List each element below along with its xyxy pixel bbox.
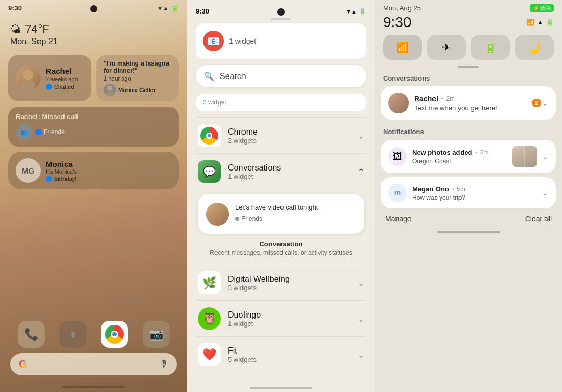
fit-app-info: Fit 5 widgets xyxy=(228,346,257,363)
monica-geller-name: Monica Geller xyxy=(118,87,156,93)
rachel-conv-time: 2m xyxy=(446,95,455,102)
conv-widget-description: Conversation Recent messages, missed cal… xyxy=(196,240,366,256)
battery-icon: 🔋 xyxy=(171,4,179,12)
fit-app-count: 5 widgets xyxy=(228,356,257,363)
rachel-info: Rachel 2 weeks ago Chatted xyxy=(46,67,78,90)
p2-status-bar: 9:30 ▼▲ 🔋 xyxy=(187,4,375,17)
rachel-conv-row: Rachel • 2m Text me when you get here! 2… xyxy=(388,93,548,113)
photos-notif-expand-icon[interactable]: ⌄ xyxy=(542,152,548,161)
megan-notif-title-row: Megan Ono • 5m xyxy=(412,185,537,193)
photos-notif-thumbnail xyxy=(512,146,537,167)
notification-actions-row: Manage Clear all xyxy=(375,213,562,227)
prev-widget-label: 1 widget xyxy=(229,37,256,45)
shortcuts-app-icon[interactable]: ◗ xyxy=(59,321,86,348)
battery-saver-toggle[interactable]: 🔋 xyxy=(471,35,510,60)
svg-point-2 xyxy=(107,86,112,91)
manage-notifications-button[interactable]: Manage xyxy=(385,215,412,223)
wellbeing-app-info: Digital Wellbeing 3 widgets xyxy=(228,275,290,292)
weather-temperature: 🌤 74°F xyxy=(10,22,177,36)
widgets-area: Rachel 2 weeks ago Chatted "I'm making a… xyxy=(0,50,187,316)
monica-birthday-widget[interactable]: MG Monica It's Monica's Birthday! xyxy=(8,152,179,189)
messenger-dot-icon xyxy=(35,129,42,135)
battery-icon: ⚡ xyxy=(533,5,539,11)
rachel-expand-chevron-icon: ⌄ xyxy=(542,99,548,107)
do-not-disturb-toggle[interactable]: 🌙 xyxy=(515,35,554,60)
google-search-bar[interactable]: G 🎙 xyxy=(10,353,177,375)
fit-app-row[interactable]: ❤️ Fit 5 widgets ⌄ xyxy=(196,336,366,372)
notifications-section-title: Notifications xyxy=(375,128,562,140)
fit-app-icon: ❤️ xyxy=(198,343,221,366)
rachel-conv-message: Text me when you get here! xyxy=(414,104,527,112)
camera-app-icon[interactable]: 📷 xyxy=(143,321,170,348)
conversations-widget-preview[interactable]: Let's have video call tonight Friends xyxy=(198,194,364,234)
quick-toggles: 📶 ✈ 🔋 🌙 xyxy=(375,33,562,66)
rachel-conv-name: Rachel xyxy=(414,95,438,103)
battery-status: ⚡ 65% xyxy=(530,4,554,12)
widget-search-bar[interactable]: 🔍 Search xyxy=(196,65,366,87)
p3-status-bar: Mon, Aug 25 ⚡ 65% xyxy=(375,0,562,14)
wellbeing-app-left: 🌿 Digital Wellbeing 3 widgets xyxy=(198,271,290,294)
p3-status-right: ⚡ 65% xyxy=(530,4,554,12)
p2-battery-icon: 🔋 xyxy=(359,8,366,15)
p2-signal-icon: ▼▲ xyxy=(346,8,357,15)
rachel-conv-avatar xyxy=(388,93,409,113)
conv-widget-message: Let's have video call tonight xyxy=(235,203,356,212)
chrome-app-row[interactable]: Chrome 2 widgets ⌄ xyxy=(196,117,366,153)
clear-all-notifications-button[interactable]: Clear all xyxy=(525,215,552,223)
megan-notif-content: Megan Ono • 5m How was your trip? xyxy=(412,185,537,201)
chrome-app-count: 2 widgets xyxy=(228,137,258,145)
missed-call-title: Rachel: Missed call xyxy=(16,113,172,121)
status-bar: 9:30 ▼▲ 🔋 xyxy=(0,0,187,14)
conv-widget-message-area: Let's have video call tonight Friends xyxy=(235,203,356,223)
weather-date: Mon, Sep 21 xyxy=(10,37,177,46)
megan-notification-card[interactable]: m Megan Ono • 5m How was your trip? ⌄ xyxy=(381,177,556,208)
friends-group-label: Friends xyxy=(35,128,65,136)
rachel-conversation-card[interactable]: Rachel • 2m Text me when you get here! 2… xyxy=(381,86,556,120)
monica-notif-text: "I'm making a lasagna for dinner!" xyxy=(104,60,172,74)
rachel-conv-expand[interactable]: 2 ⌄ xyxy=(532,99,548,107)
duolingo-app-row[interactable]: 🦉 Duolingo 1 widget ⌄ xyxy=(196,300,366,336)
phone-app-icon[interactable]: 📞 xyxy=(18,321,45,348)
chrome-app-icon-widget xyxy=(198,124,221,147)
wifi-toggle[interactable]: 📶 xyxy=(383,35,422,60)
p2-status-time: 9:30 xyxy=(196,7,209,15)
prev-widget-item[interactable]: 📧 1 widget xyxy=(196,23,366,59)
status-icons: ▼▲ 🔋 xyxy=(157,4,179,12)
p2-home-indicator xyxy=(250,387,312,389)
widget-list-scroll[interactable]: 📧 1 widget 🔍 Search 2 widget Chrome 2 wi… xyxy=(187,23,375,383)
next-indicator: 2 widget xyxy=(196,94,366,111)
missed-call-widget[interactable]: Rachel: Missed call 👥 Friends xyxy=(8,107,179,147)
photos-notif-icon: 🖼 xyxy=(388,147,407,166)
p2-camera-dot xyxy=(277,8,285,16)
p3-wifi-icon: 📶 xyxy=(527,19,534,26)
messenger-dot2-icon xyxy=(46,176,52,182)
fit-app-left: ❤️ Fit 5 widgets xyxy=(198,343,257,366)
monica-notification-widget[interactable]: "I'm making a lasagna for dinner!" 1 hou… xyxy=(96,55,179,101)
megan-notif-dot: • xyxy=(452,186,454,192)
conversations-app-row[interactable]: 💬 Conversations 1 widget ⌃ xyxy=(196,153,366,189)
rachel-conv-dot-separator: • xyxy=(441,96,443,101)
megan-notif-expand-icon[interactable]: ⌄ xyxy=(542,189,548,197)
monica-birthday-action: Birthday! xyxy=(46,176,77,182)
photos-notification-card[interactable]: 🖼 New photos added • 5m Oregon Coast ⌄ xyxy=(381,140,556,173)
conversations-app-name: Conversations xyxy=(228,163,281,173)
photos-notif-subtitle: Oregon Coast xyxy=(412,158,507,165)
monica-contact-name: Monica xyxy=(46,160,77,168)
chrome-app-icon[interactable] xyxy=(101,321,128,348)
rachel-meta: 2 weeks ago xyxy=(46,76,78,82)
friends-avatar: 👥 xyxy=(16,124,32,140)
airplane-mode-toggle[interactable]: ✈ xyxy=(427,35,466,60)
svg-point-3 xyxy=(106,92,114,96)
duolingo-app-icon: 🦉 xyxy=(198,307,221,330)
chrome-app-name: Chrome xyxy=(228,127,258,137)
duolingo-app-count: 1 widget xyxy=(228,320,261,328)
wellbeing-app-row[interactable]: 🌿 Digital Wellbeing 3 widgets ⌄ xyxy=(196,265,366,300)
microphone-icon[interactable]: 🎙 xyxy=(159,359,169,370)
weather-widget: 🌤 74°F Mon, Sep 21 xyxy=(0,14,187,50)
conversations-app-count: 1 widget xyxy=(228,173,281,180)
prev-widget-icon: 📧 xyxy=(203,31,224,51)
wellbeing-expand-icon: ⌄ xyxy=(357,278,364,288)
duolingo-app-info: Duolingo 1 widget xyxy=(228,310,261,328)
conversations-collapse-icon: ⌃ xyxy=(357,167,364,177)
rachel-contact-widget[interactable]: Rachel 2 weeks ago Chatted xyxy=(8,55,91,101)
